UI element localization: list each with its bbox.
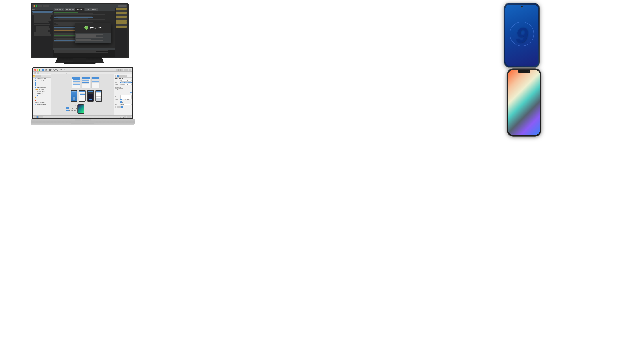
key[interactable] [86, 119, 88, 121]
key[interactable] [79, 119, 82, 121]
key[interactable] [82, 119, 84, 121]
inspector-action-icon[interactable] [117, 106, 119, 108]
xcode-nav-item-unwind[interactable]: Unwind segue to S... [33, 101, 51, 103]
breadcrumb-item[interactable]: DNApp [45, 72, 48, 73]
toolbar-icon-button[interactable] [124, 69, 126, 71]
ide-sidebar-item[interactable] [32, 11, 53, 13]
inspector-action-icon[interactable] [119, 106, 121, 108]
locate-icon[interactable] [130, 92, 132, 93]
xcode-nav-item-exit[interactable]: Exit [33, 99, 51, 101]
ide-sidebar-item[interactable] [34, 19, 51, 21]
nav-tab-icon[interactable] [37, 75, 39, 77]
maximize-button[interactable] [39, 69, 41, 71]
ide-sidebar-item[interactable] [36, 26, 49, 28]
storyboard-screen-1[interactable] [72, 77, 80, 88]
ide-sidebar-item[interactable] [34, 21, 49, 23]
breadcrumb-item[interactable]: Main.storyboard [49, 72, 57, 73]
sizeclasses-checkbox[interactable] [120, 102, 122, 103]
breadcrumb-item[interactable]: Main.storyboard (Base) [58, 72, 70, 73]
inspector-field-value[interactable]: Relative to Group [120, 84, 132, 85]
inspector-field-value[interactable]: Default (6.0) [120, 95, 132, 97]
key[interactable] [77, 119, 79, 121]
ide-sidebar-item[interactable] [34, 15, 51, 17]
storyboard-screen-2[interactable] [82, 77, 90, 88]
ide-tab[interactable]: AndroidManifest [65, 8, 75, 11]
run-button[interactable] [42, 69, 44, 71]
ide-code-editor[interactable]: Android Studio Android Studio [53, 11, 115, 48]
inspector-action-icon[interactable] [115, 106, 116, 108]
canvas-phone-2[interactable] [79, 90, 85, 102]
xcode-nav-item-top-layout[interactable]: Top Layout Guide [33, 90, 51, 93]
inspector-tab-icon[interactable] [125, 75, 127, 77]
bottom-bar-btn[interactable] [39, 116, 41, 118]
toolbar-icon-button[interactable] [116, 69, 118, 71]
xcode-nav-item-scene3[interactable]: V View Controller Scene [33, 82, 51, 84]
toolbar-icon-button[interactable] [129, 69, 131, 71]
nav-forward-button[interactable]: ⟩ [37, 72, 39, 74]
ide-sidebar-item[interactable] [34, 32, 50, 34]
toolbar-icon-button[interactable] [126, 69, 128, 71]
breadcrumb-item[interactable]: No Selection [71, 72, 77, 73]
inspector-field-value[interactable]: Default - Interface Build... [120, 82, 132, 84]
bottom-bar-btn[interactable] [124, 116, 127, 118]
nav-tab-icon[interactable]: 📁 [33, 75, 35, 77]
bottom-bar-btn-active[interactable] [36, 116, 39, 118]
ios-checkbox[interactable] [120, 99, 122, 100]
ide-sidebar-item[interactable] [34, 24, 50, 25]
bottom-bar-btn[interactable] [127, 116, 129, 118]
close-dot[interactable] [32, 5, 34, 7]
key[interactable] [88, 119, 91, 121]
canvas-phone-1[interactable]: 🎤 [70, 90, 77, 102]
xcode-nav-item-bottom-layout[interactable]: Bottom Layout... [33, 93, 51, 95]
breadcrumb-item[interactable]: DNApp [40, 72, 43, 73]
inspector-tab-icon[interactable] [123, 75, 125, 77]
minimize-button[interactable] [37, 69, 38, 71]
key[interactable] [75, 119, 77, 121]
bottom-bar-btn[interactable] [41, 116, 43, 118]
canvas-phone-music[interactable] [77, 104, 84, 114]
inspector-tab-icon[interactable] [115, 75, 116, 77]
ide-tab-active[interactable]: MainActivity.kt [75, 8, 84, 11]
minimize-dot[interactable] [34, 5, 35, 7]
bottom-bar-btn[interactable] [34, 116, 36, 118]
ide-sidebar-item[interactable] [36, 28, 50, 30]
ide-sidebar-item[interactable] [34, 17, 50, 19]
ide-sidebar-item[interactable] [34, 34, 51, 36]
nav-tab-icon[interactable] [39, 75, 41, 77]
autolayout-checkbox[interactable] [120, 100, 122, 102]
inspector-field-value[interactable]: Main.storyboard [120, 80, 132, 82]
xcode-nav-item-first-responder[interactable]: First Responder [33, 97, 51, 99]
xcode-nav-item-scene2[interactable]: V View Controller Scene [33, 80, 51, 82]
ide-sidebar-item[interactable] [36, 30, 48, 32]
inspector-tab-active[interactable] [117, 75, 119, 77]
xcode-nav-item-scene5[interactable]: V View Controller Scene [33, 86, 51, 88]
xcode-nav-item-scene-last[interactable]: V View Controller Scene [33, 103, 51, 105]
xcode-nav-item-view[interactable]: View [33, 95, 51, 97]
xcode-storyboard-canvas[interactable]: 🎤 [51, 74, 114, 115]
storyboard-screen-3[interactable] [91, 77, 99, 88]
scheme-selector[interactable]: Running DNApp on iPhone 5s [48, 69, 66, 71]
bottom-bar-btn[interactable] [129, 116, 131, 118]
inspector-field-value[interactable]: Default [120, 104, 132, 105]
inspector-tab-icon[interactable] [119, 75, 121, 77]
macbook-trackpad[interactable] [71, 121, 94, 124]
toolbar-icon-button[interactable] [121, 69, 123, 71]
canvas-phone-4[interactable] [95, 90, 102, 102]
ide-tab[interactable]: Profiler [85, 8, 91, 11]
xcode-nav-item-scene4[interactable]: V View Controller Scene [33, 84, 51, 86]
toolbar-icon-button[interactable] [118, 69, 121, 71]
xcode-nav-item-scene1[interactable]: V View Controller Scene [33, 78, 51, 80]
key[interactable] [84, 119, 86, 121]
nav-tab-icon[interactable] [35, 75, 37, 77]
ide-tab[interactable]: activity_main.xml [54, 8, 64, 11]
ide-sidebar-item[interactable] [32, 13, 53, 15]
canvas-phone-3[interactable] [87, 90, 94, 102]
inspector-action-icon[interactable] [121, 106, 123, 108]
ide-search-bar[interactable] [118, 5, 127, 7]
inspector-field-value[interactable]: Project Deployment Tar... [120, 97, 132, 99]
ide-tab[interactable]: Terminal [91, 8, 97, 11]
inspector-tab-icon[interactable] [121, 75, 123, 77]
xcode-nav-item-vc[interactable]: V View Controller [33, 88, 51, 90]
close-button[interactable] [34, 69, 36, 71]
maximize-dot[interactable] [36, 5, 37, 7]
